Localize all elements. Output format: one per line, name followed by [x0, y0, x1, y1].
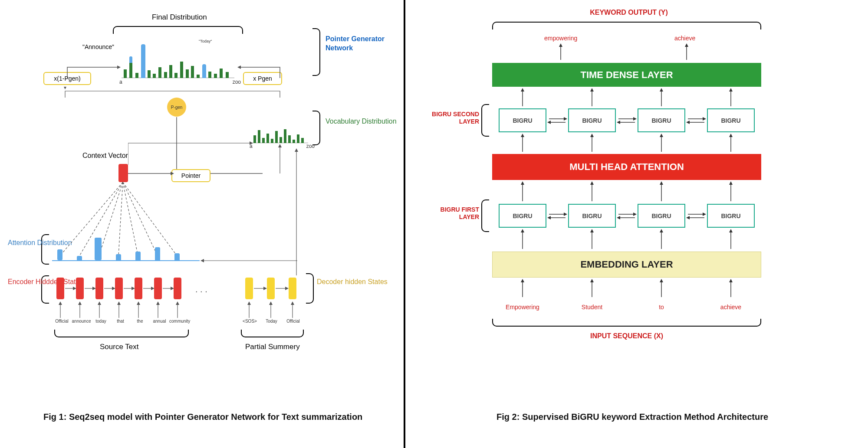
output-brace	[492, 22, 761, 29]
fig2-caption: Fig 2: Supervised BiGRU keyword Extracti…	[496, 412, 768, 422]
svg-marker-68	[660, 88, 663, 92]
bigru1-label: BIGRU FIRST LAYER	[429, 206, 479, 221]
source-token: today	[91, 319, 111, 324]
dots: · · ·	[195, 286, 207, 296]
bigru1-brace	[481, 199, 489, 232]
dec-brace	[306, 273, 314, 304]
vocab-label: Vocabulary Distribution	[326, 117, 397, 126]
svg-marker-84	[564, 213, 567, 216]
today-small-label: "Today"	[199, 39, 212, 43]
fig1-panel: Final Distribution "Announce" Pointer Ge…	[0, 0, 404, 448]
svg-marker-52	[269, 301, 273, 305]
svg-marker-82	[686, 121, 690, 124]
context-vector-label: Context Vector	[82, 152, 128, 160]
source-token: that	[111, 319, 130, 324]
bigru-cell: BIGRU	[707, 108, 755, 132]
svg-marker-76	[633, 117, 637, 121]
final-dist-brace	[113, 26, 243, 34]
time-dense-layer: TIME DENSE LAYER	[492, 63, 761, 87]
svg-marker-62	[685, 43, 688, 47]
svg-marker-11	[278, 144, 282, 147]
encoder-state	[154, 278, 162, 299]
bigru2-brace	[481, 104, 489, 137]
source-token: the	[130, 319, 150, 324]
decoder-token: Official	[283, 319, 303, 324]
svg-marker-104	[521, 134, 524, 137]
source-token: announce	[72, 319, 91, 324]
embedding-layer: EMBEDDING LAYER	[492, 252, 761, 278]
encoder-state	[174, 278, 181, 299]
svg-marker-48	[247, 301, 251, 305]
svg-marker-92	[703, 213, 706, 216]
pgen-circle: P-gen	[167, 98, 186, 117]
svg-marker-58	[295, 148, 298, 152]
svg-line-12	[60, 182, 123, 256]
svg-marker-50	[263, 287, 267, 290]
svg-marker-46	[201, 259, 204, 262]
input-word: Student	[568, 304, 616, 311]
bigru2-label: BIGRU SECOND LAYER	[429, 111, 479, 125]
svg-marker-2	[63, 87, 67, 89]
dec-label: Decoder hidden States	[317, 278, 388, 287]
svg-marker-66	[590, 88, 594, 92]
decoder-state	[289, 278, 296, 299]
svg-marker-108	[660, 134, 663, 137]
fig2-panel: KEYWORD OUTPUT (Y) empowering achieve TI…	[404, 0, 868, 448]
svg-marker-124	[660, 279, 663, 282]
encoder-state	[56, 278, 64, 299]
pgn-label: Pointer Generator Network	[326, 35, 404, 53]
encoder-state	[135, 278, 142, 299]
source-token: Official	[52, 319, 72, 324]
encoder-state	[95, 278, 103, 299]
svg-marker-32	[117, 301, 121, 305]
svg-marker-64	[521, 88, 524, 92]
input-word: achieve	[707, 304, 755, 311]
svg-marker-98	[590, 181, 594, 185]
decoder-token: <SOS>	[240, 319, 260, 324]
bigru-cell: BIGRU	[707, 204, 755, 228]
svg-marker-114	[590, 229, 594, 232]
svg-marker-110	[729, 134, 733, 137]
partial-brace	[241, 330, 304, 337]
svg-marker-0	[117, 65, 121, 69]
output-word-0: empowering	[544, 35, 577, 42]
svg-marker-24	[78, 301, 82, 305]
svg-marker-88	[633, 213, 637, 216]
bigru-cell: BIGRU	[568, 204, 616, 228]
svg-marker-5	[171, 172, 174, 175]
svg-marker-100	[660, 181, 663, 185]
decoder-state	[245, 278, 253, 299]
pgn-brace	[312, 28, 320, 76]
svg-line-17	[123, 182, 158, 256]
svg-marker-90	[617, 216, 620, 219]
svg-marker-122	[590, 279, 594, 282]
attn-dashes	[52, 178, 208, 265]
source-text-label: Source Text	[100, 343, 138, 351]
svg-marker-94	[686, 216, 690, 219]
output-word-1: achieve	[674, 35, 695, 42]
svg-marker-112	[521, 229, 524, 232]
svg-marker-40	[156, 301, 160, 305]
encoder-state	[76, 278, 84, 299]
bigru-cell: BIGRU	[499, 108, 546, 132]
source-brace	[54, 330, 189, 337]
axis-zoo-2: zoo	[306, 143, 315, 149]
svg-marker-56	[291, 301, 294, 305]
bigru-cell: BIGRU	[499, 204, 546, 228]
svg-marker-54	[285, 287, 289, 290]
announce-label: "Announce"	[82, 43, 114, 50]
svg-marker-86	[547, 216, 551, 219]
svg-marker-72	[564, 117, 567, 121]
input-word: to	[638, 304, 685, 311]
source-token: annual	[150, 319, 169, 324]
svg-marker-28	[98, 301, 101, 305]
input-brace	[492, 319, 761, 327]
svg-marker-1	[237, 65, 241, 69]
bigru-cell: BIGRU	[638, 204, 685, 228]
svg-marker-116	[660, 229, 663, 232]
fig1-caption: Fig 1: Seq2seq model with Pointer Genera…	[43, 412, 362, 422]
input-seq-label: INPUT SEQUENCE (X)	[579, 332, 674, 341]
final-distribution-label: Final Distribution	[152, 13, 207, 22]
final-dist-bars: a zoo "Today"	[122, 43, 234, 78]
svg-marker-96	[521, 181, 524, 185]
